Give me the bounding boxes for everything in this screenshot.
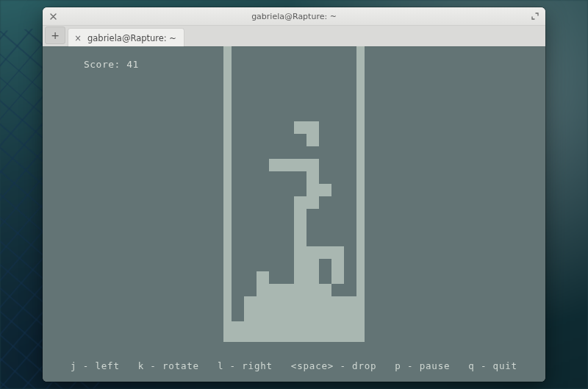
close-icon: ×	[74, 33, 82, 43]
tetris-block	[331, 309, 344, 321]
tetris-block	[269, 321, 282, 334]
tetris-block	[306, 284, 319, 296]
tetris-block	[232, 321, 244, 334]
terminal-window: gabriela@Rapture: ~ + × gabriela@Rapture…	[43, 7, 545, 382]
tetris-block	[319, 246, 331, 259]
tetris-block	[344, 321, 356, 334]
tetris-block	[319, 296, 331, 309]
tetris-playfield	[223, 46, 365, 342]
tetris-block	[282, 309, 294, 321]
tetris-block	[294, 221, 306, 234]
tetris-block	[294, 259, 306, 271]
tetris-block	[344, 296, 356, 309]
tetris-block	[331, 321, 344, 334]
terminal-viewport[interactable]: Score: 41 j - left k - rotate l - right …	[43, 46, 545, 382]
tetris-block	[282, 321, 294, 334]
tetris-block	[294, 121, 306, 134]
tetris-block	[306, 246, 319, 259]
tetris-block	[282, 159, 294, 171]
score-display: Score: 41	[47, 48, 139, 81]
tetris-block	[331, 259, 344, 271]
tetris-block	[294, 196, 306, 209]
tetris-block	[269, 309, 282, 321]
tetris-block	[319, 184, 331, 196]
tetris-block	[269, 296, 282, 309]
tetris-block	[257, 271, 269, 284]
window-close-button[interactable]	[46, 9, 60, 24]
tetris-block	[294, 284, 306, 296]
tetris-block	[269, 159, 282, 171]
tetris-block	[257, 296, 269, 309]
tetris-block	[294, 209, 306, 221]
tetris-block	[344, 309, 356, 321]
playfield-wall-right	[356, 46, 365, 342]
window-title: gabriela@Rapture: ~	[43, 12, 545, 21]
tetris-block	[294, 234, 306, 246]
tetris-block	[306, 121, 319, 134]
tetris-block	[269, 284, 282, 296]
window-maximize-button[interactable]	[528, 9, 542, 24]
tetris-block	[306, 271, 319, 284]
tab-bar: + × gabriela@Rapture: ~	[43, 26, 545, 47]
tetris-block	[244, 309, 257, 321]
tetris-block	[294, 246, 306, 259]
playfield-floor	[223, 334, 365, 342]
tetris-block	[331, 296, 344, 309]
window-titlebar[interactable]: gabriela@Rapture: ~	[43, 7, 545, 26]
tetris-block	[331, 246, 344, 259]
tab-terminal[interactable]: × gabriela@Rapture: ~	[68, 28, 184, 47]
tetris-block	[331, 271, 344, 284]
tetris-block	[306, 321, 319, 334]
tetris-block	[319, 284, 331, 296]
tetris-block	[306, 134, 319, 146]
tetris-block	[306, 309, 319, 321]
tetris-block	[306, 159, 319, 171]
new-tab-button[interactable]: +	[45, 26, 65, 44]
tetris-block	[319, 321, 331, 334]
tetris-block	[306, 196, 319, 209]
tetris-block	[257, 321, 269, 334]
tetris-block	[306, 259, 319, 271]
tetris-block	[257, 284, 269, 296]
controls-help: j - left k - rotate l - right <space> - …	[43, 360, 545, 371]
tetris-block	[282, 296, 294, 309]
score-label: Score:	[84, 59, 126, 70]
maximize-icon	[531, 13, 539, 20]
tetris-block	[257, 309, 269, 321]
playfield-wall-left	[223, 46, 232, 342]
plus-icon: +	[51, 30, 60, 40]
tetris-block	[306, 184, 319, 196]
tetris-block	[294, 321, 306, 334]
tetris-block	[306, 171, 319, 184]
tetris-block	[294, 271, 306, 284]
tetris-block	[282, 284, 294, 296]
score-value: 41	[126, 59, 139, 70]
tetris-block	[306, 296, 319, 309]
tetris-block	[294, 296, 306, 309]
tab-close-button[interactable]: ×	[73, 33, 83, 43]
tetris-block	[319, 309, 331, 321]
tab-label: gabriela@Rapture: ~	[87, 33, 176, 43]
tetris-block	[244, 321, 257, 334]
close-icon	[50, 13, 57, 20]
tetris-block	[244, 296, 257, 309]
tetris-block	[294, 159, 306, 171]
tetris-block	[294, 309, 306, 321]
